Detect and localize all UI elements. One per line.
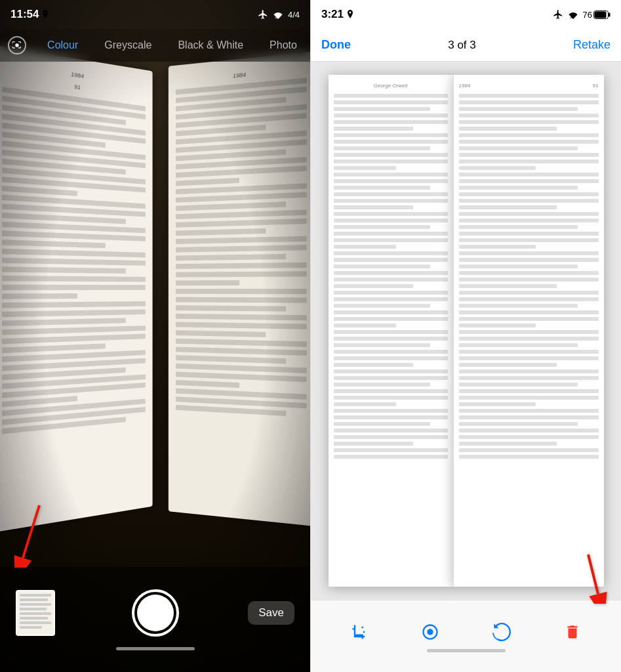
book-page-right: 1984: [169, 51, 310, 526]
right-wifi-icon: [567, 10, 579, 19]
location-icon: [41, 10, 49, 19]
text-line: [176, 380, 239, 388]
text-line: [2, 318, 126, 326]
right-home-indicator: [427, 649, 506, 652]
battery-icon: [593, 10, 611, 19]
right-panel: 3:21 76: [310, 0, 621, 672]
text-line: [2, 293, 77, 299]
text-line: [2, 266, 126, 274]
text-line: [2, 186, 77, 196]
svg-line-2: [23, 505, 39, 558]
right-airplane-icon: [553, 9, 563, 20]
capture-button[interactable]: [132, 589, 179, 637]
svg-rect-5: [595, 11, 607, 18]
right-red-arrow: [575, 551, 608, 606]
left-panel: 1984 91: [0, 0, 310, 672]
text-line: [176, 297, 307, 303]
right-battery-indicator: 76: [583, 10, 611, 20]
text-line: [176, 289, 307, 294]
svg-rect-4: [609, 12, 611, 16]
text-line: [2, 276, 146, 282]
text-line: [2, 285, 146, 290]
text-line: [176, 305, 286, 311]
right-location-icon: [346, 10, 354, 19]
arrow-down-right: [575, 551, 608, 604]
text-line: [176, 339, 307, 347]
text-line: [176, 201, 286, 211]
battery-indicator: 4/4: [288, 10, 300, 20]
wifi-icon: [272, 10, 284, 19]
scanner-bottom-controls: Save: [0, 567, 310, 672]
text-line: [2, 309, 146, 317]
arrow-down-left: [13, 502, 52, 568]
trash-icon: [564, 623, 581, 641]
tab-blackwhite[interactable]: Black & White: [172, 37, 249, 54]
airplane-icon: [258, 9, 268, 20]
review-nav-bar: Done 3 of 3 Retake: [311, 29, 621, 62]
text-line: [176, 271, 307, 277]
scan-thumbnail[interactable]: [16, 590, 55, 636]
tab-photo[interactable]: Photo: [264, 37, 302, 54]
text-line: [176, 262, 307, 269]
text-line: [176, 355, 286, 364]
crop-button[interactable]: [348, 620, 371, 644]
right-status-icons: 76: [553, 9, 611, 20]
rotate-button[interactable]: [490, 620, 513, 644]
text-line: [176, 228, 266, 236]
scan-icon[interactable]: [8, 36, 26, 54]
tab-greyscale[interactable]: Greyscale: [99, 37, 157, 54]
text-line: [176, 330, 266, 337]
left-time: 11:54: [10, 8, 49, 21]
text-line: [2, 334, 146, 345]
thumbnail-content: [17, 591, 54, 633]
scan-mode-tabs: Colour Greyscale Black & White Photo: [0, 29, 310, 62]
left-red-arrow: [13, 502, 52, 570]
text-line: [176, 254, 286, 261]
text-line: [2, 343, 106, 353]
text-line: [176, 192, 307, 203]
tab-colour[interactable]: Colour: [42, 37, 83, 54]
text-line: [176, 346, 307, 356]
text-line: [2, 301, 146, 308]
svg-line-7: [588, 555, 598, 594]
text-line: [176, 314, 307, 321]
text-line: [2, 326, 146, 335]
text-line: [176, 209, 307, 219]
svg-point-8: [428, 629, 433, 635]
rotate-icon: [492, 623, 511, 641]
capture-controls-row: Save: [0, 589, 310, 637]
delete-button[interactable]: [561, 620, 584, 644]
right-time: 3:21: [321, 8, 354, 21]
crop-icon: [350, 623, 369, 641]
retake-button[interactable]: Retake: [573, 38, 611, 52]
page-counter: 3 of 3: [448, 39, 476, 52]
left-status-icons: 4/4: [258, 9, 300, 20]
document-toolbar: [311, 600, 621, 672]
left-page-content: George Orwell: [329, 75, 453, 587]
camera-scan-icon: [12, 40, 22, 51]
text-line: [2, 240, 106, 248]
text-line: [2, 258, 146, 266]
text-line: [176, 280, 239, 285]
right-page-content: 1984 91: [454, 75, 604, 587]
save-button[interactable]: Save: [248, 601, 294, 625]
filter-icon: [421, 623, 439, 641]
book-page-left: 1984 91: [0, 45, 153, 532]
text-line: [176, 236, 307, 244]
toolbar-icons: [311, 620, 621, 644]
left-status-bar: 11:54 4/4: [0, 0, 310, 29]
text-line: [176, 219, 307, 228]
filter-button[interactable]: [418, 620, 442, 644]
document-page-right: 1984 91: [453, 75, 604, 587]
text-line: [176, 245, 307, 253]
text-line: [176, 322, 307, 329]
capture-button-inner: [137, 595, 174, 631]
document-preview-area: George Orwell: [311, 62, 621, 600]
text-line: [176, 178, 239, 186]
right-status-bar: 3:21 76: [311, 0, 621, 29]
right-page-header: 1984 91: [459, 83, 599, 89]
left-home-indicator: [116, 647, 195, 650]
done-button[interactable]: Done: [321, 38, 351, 52]
text-line: [2, 249, 146, 258]
document-page-left: George Orwell: [329, 75, 453, 587]
